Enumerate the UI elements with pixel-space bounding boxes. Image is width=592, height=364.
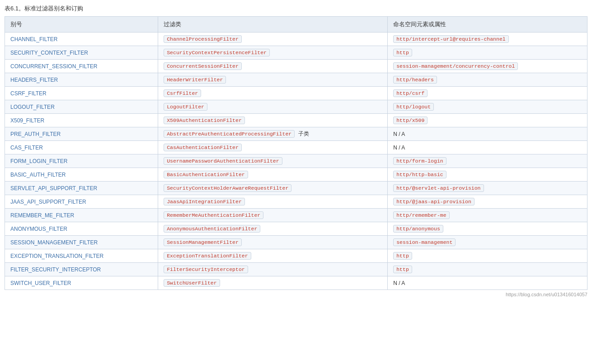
alias-cell: BASIC_AUTH_FILTER: [5, 168, 158, 182]
alias-cell: CHANNEL_FILTER: [5, 33, 158, 46]
header-filter-class: 过滤类: [158, 17, 388, 33]
bottom-url: https://blog.csdn.net/u013416014057: [5, 292, 587, 297]
alias-text: CHANNEL_FILTER: [10, 36, 57, 42]
filter-table: 别号 过滤类 命名空间元素或属性 CHANNEL_FILTERChannelPr…: [5, 16, 587, 290]
filter-class-cell: SessionManagementFilter: [158, 236, 388, 249]
table-row: X509_FILTERX509AuthenticationFilterhttp/…: [5, 114, 587, 127]
filter-class-badge: SecurityContextHolderAwareRequestFilter: [164, 184, 291, 192]
header-namespace: 命名空间元素或属性: [388, 17, 587, 33]
namespace-cell: http/@servlet-api-provision: [388, 182, 587, 195]
filter-class-cell: AnonymousAuthenticationFilter: [158, 222, 388, 236]
namespace-badge: http/headers: [393, 76, 437, 84]
filter-class-cell: CasAuthenticationFilter: [158, 141, 388, 154]
filter-class-cell: BasicAuthenticationFilter: [158, 168, 388, 182]
table-row: FILTER_SECURITY_INTERCEPTORFilterSecurit…: [5, 263, 587, 276]
namespace-cell: N / A: [388, 127, 587, 141]
filter-class-cell: X509AuthenticationFilter: [158, 114, 388, 127]
filter-class-cell: SecurityContextHolderAwareRequestFilter: [158, 182, 388, 195]
alias-cell: CONCURRENT_SESSION_FILTER: [5, 60, 158, 73]
table-row: CONCURRENT_SESSION_FILTERConcurrentSessi…: [5, 60, 587, 73]
alias-text: FORM_LOGIN_FILTER: [10, 158, 67, 164]
table-row: JAAS_API_SUPPORT_FILTERJaasApiIntegratio…: [5, 195, 587, 209]
alias-text: SECURITY_CONTEXT_FILTER: [10, 50, 88, 56]
alias-text: FILTER_SECURITY_INTERCEPTOR: [10, 266, 101, 273]
alias-text: JAAS_API_SUPPORT_FILTER: [10, 199, 86, 205]
namespace-badge: http/x509: [393, 117, 428, 124]
filter-class-cell: ExceptionTranslationFilter: [158, 249, 388, 263]
table-row: ANONYMOUS_FILTERAnonymousAuthenticationF…: [5, 222, 587, 236]
table-row: BASIC_AUTH_FILTERBasicAuthenticationFilt…: [5, 168, 587, 182]
table-row: REMEMBER_ME_FILTERRememberMeAuthenticati…: [5, 209, 587, 222]
namespace-cell: http/@jaas-api-provision: [388, 195, 587, 209]
table-row: FORM_LOGIN_FILTERUsernamePasswordAuthent…: [5, 154, 587, 168]
alias-cell: CAS_FILTER: [5, 141, 158, 154]
page-container: 表6.1。标准过滤器别名和订购 别号 过滤类 命名空间元素或属性 CHANNEL…: [5, 5, 587, 297]
filter-class-cell: HeaderWriterFilter: [158, 73, 388, 87]
table-row: SERVLET_API_SUPPORT_FILTERSecurityContex…: [5, 182, 587, 195]
table-row: CHANNEL_FILTERChannelProcessingFilterhtt…: [5, 33, 587, 46]
table-row: CAS_FILTERCasAuthenticationFilterN / A: [5, 141, 587, 154]
filter-class-badge: SwitchUserFilter: [164, 279, 220, 287]
namespace-cell: session-management/concurrency-control: [388, 60, 587, 73]
namespace-badge: session-management/concurrency-control: [393, 62, 518, 70]
filter-class-cell: JaasApiIntegrationFilter: [158, 195, 388, 209]
alias-cell: PRE_AUTH_FILTER: [5, 127, 158, 141]
table-row: SWITCH_USER_FILTERSwitchUserFilterN / A: [5, 276, 587, 290]
namespace-badge: http/@jaas-api-provision: [393, 198, 475, 205]
namespace-cell: session-management: [388, 236, 587, 249]
namespace-cell: http/intercept-url@requires-channel: [388, 33, 587, 46]
na-text: N / A: [393, 145, 405, 151]
alias-text: PRE_AUTH_FILTER: [10, 131, 61, 137]
filter-class-cell: ChannelProcessingFilter: [158, 33, 388, 46]
namespace-cell: http/remember-me: [388, 209, 587, 222]
namespace-badge: http/@servlet-api-provision: [393, 184, 484, 192]
table-header-row: 别号 过滤类 命名空间元素或属性: [5, 17, 587, 33]
namespace-badge: http/anonymous: [393, 225, 443, 233]
alias-text: BASIC_AUTH_FILTER: [10, 172, 66, 178]
namespace-cell: http/x509: [388, 114, 587, 127]
namespace-badge: session-management: [393, 238, 456, 246]
filter-class-badge: CasAuthenticationFilter: [164, 144, 242, 151]
filter-class-cell: LogoutFilter: [158, 100, 388, 114]
namespace-badge: http/logout: [393, 103, 434, 111]
na-text: N / A: [393, 131, 405, 137]
filter-class-cell: CsrfFilter: [158, 87, 388, 100]
na-text: N / A: [393, 280, 405, 286]
namespace-cell: http: [388, 263, 587, 276]
table-row: PRE_AUTH_FILTERAbstractPreAuthenticatedP…: [5, 127, 587, 141]
namespace-cell: http/http-basic: [388, 168, 587, 182]
filter-class-cell: UsernamePasswordAuthenticationFilter: [158, 154, 388, 168]
alias-cell: ANONYMOUS_FILTER: [5, 222, 158, 236]
namespace-cell: http/form-login: [388, 154, 587, 168]
subclass-label: 子类: [296, 131, 309, 137]
alias-text: X509_FILTER: [10, 117, 44, 124]
filter-class-cell: SecurityContextPersistenceFilter: [158, 46, 388, 60]
filter-class-badge: HeaderWriterFilter: [164, 76, 226, 84]
table-row: CSRF_FILTERCsrfFilterhttp/csrf: [5, 87, 587, 100]
filter-class-badge: AbstractPreAuthenticatedProcessingFilter: [164, 130, 295, 138]
alias-text: CAS_FILTER: [10, 145, 43, 151]
filter-class-badge: UsernamePasswordAuthenticationFilter: [164, 157, 282, 165]
filter-class-cell: ConcurrentSessionFilter: [158, 60, 388, 73]
alias-cell: HEADERS_FILTER: [5, 73, 158, 87]
namespace-cell: http/anonymous: [388, 222, 587, 236]
header-alias: 别号: [5, 17, 158, 33]
filter-class-badge: SessionManagementFilter: [164, 238, 242, 246]
filter-class-badge: ChannelProcessingFilter: [164, 35, 242, 43]
namespace-cell: http: [388, 46, 587, 60]
alias-text: CONCURRENT_SESSION_FILTER: [10, 63, 97, 70]
alias-cell: SWITCH_USER_FILTER: [5, 276, 158, 290]
namespace-badge: http: [393, 49, 412, 56]
alias-cell: FILTER_SECURITY_INTERCEPTOR: [5, 263, 158, 276]
namespace-badge: http/remember-me: [393, 211, 449, 219]
alias-text: EXCEPTION_TRANSLATION_FILTER: [10, 253, 103, 259]
filter-class-badge: RememberMeAuthenticationFilter: [164, 211, 263, 219]
namespace-badge: http/intercept-url@requires-channel: [393, 35, 509, 43]
namespace-badge: http/http-basic: [393, 171, 446, 178]
alias-text: REMEMBER_ME_FILTER: [10, 212, 74, 219]
filter-class-badge: SecurityContextPersistenceFilter: [164, 49, 270, 56]
namespace-cell: http: [388, 249, 587, 263]
namespace-badge: http: [393, 266, 412, 273]
alias-cell: X509_FILTER: [5, 114, 158, 127]
alias-cell: REMEMBER_ME_FILTER: [5, 209, 158, 222]
